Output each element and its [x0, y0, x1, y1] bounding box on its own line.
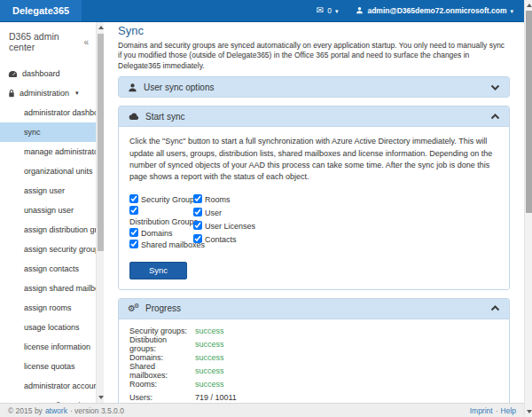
sync-checkbox[interactable] [129, 240, 138, 248]
footer-links: Imprint · Help [470, 406, 516, 415]
sync-checkbox-item: User [193, 208, 255, 218]
topbar: Delegate365 ✉ 0 ▾ admin@D365demo72.onmic… [0, 0, 524, 22]
sidebar-sub-item[interactable]: assign user [0, 181, 96, 201]
copyright-suffix: · version 3.5.0.0 [70, 406, 124, 415]
messages-count: 0 [327, 6, 332, 15]
sidebar-sub-item[interactable]: assign shared mailboxes [0, 279, 96, 298]
footer-links-separator: · [496, 406, 498, 415]
sync-checkbox[interactable] [129, 206, 138, 215]
sync-checkbox-label: User [205, 208, 222, 217]
sidebar-sub-item[interactable]: administrator account [0, 376, 96, 396]
sidebar-sub-item[interactable]: assign distribution groups [0, 220, 96, 240]
imprint-link[interactable]: Imprint [470, 406, 493, 415]
sync-checkbox-item: Shared mailboxes [129, 240, 193, 250]
sync-checkbox[interactable] [193, 208, 202, 216]
sidebar-sub-item-label: unassign user [24, 206, 74, 215]
sync-checkbox[interactable] [129, 194, 138, 203]
footer: © 2015 by atwork · version 3.5.0.0 Impri… [0, 403, 524, 417]
sync-object-checkboxes: Security Groups Distribution Groups Doma… [129, 194, 498, 251]
sync-checkbox[interactable] [193, 234, 202, 243]
lock-icon [8, 89, 15, 98]
sidebar-sub-item[interactable]: license quotas [0, 357, 96, 376]
sidebar-item-label: administration [20, 89, 69, 98]
account-name: admin@D365demo72.onmicrosoft.com [367, 6, 506, 15]
sidebar-sub-item-label: assign shared mailboxes [24, 284, 96, 293]
scrollbar-thumb[interactable] [526, 11, 532, 213]
sidebar-sub-item[interactable]: manage administrators [0, 142, 96, 161]
messages-dropdown[interactable]: ✉ 0 ▾ [317, 6, 339, 15]
sidebar-sub-item[interactable]: assign security groups [0, 240, 96, 259]
chevron-up-icon[interactable] [490, 305, 500, 311]
panel-title: Start sync [145, 112, 184, 122]
cogs-icon: ⚙ ⚙ [128, 303, 139, 314]
progress-value: success [195, 380, 224, 389]
user-icon [356, 6, 364, 16]
chevron-up-icon[interactable] [490, 114, 500, 120]
sidebar-sub-item[interactable]: sync [0, 122, 96, 142]
caret-down-icon: ▾ [510, 8, 513, 14]
sidebar-item-label: dashboard [22, 69, 60, 78]
progress-value: success [195, 366, 224, 375]
panel-progress-header[interactable]: ⚙ ⚙ Progress [119, 299, 509, 319]
sidebar-sub-item[interactable]: usage locations [0, 318, 96, 337]
progress-value: success [195, 340, 224, 349]
sidebar-header: D365 admin center « [0, 22, 96, 52]
sync-checkbox-label: Contacts [205, 235, 237, 244]
sidebar-item-administration[interactable]: administration ▾ [0, 83, 96, 103]
brand-link[interactable]: Delegate365 [0, 0, 82, 21]
brand-label: Delegate365 [12, 5, 69, 16]
help-link[interactable]: Help [501, 406, 516, 415]
progress-row: Users: 719 / 10011 [119, 391, 509, 403]
sync-button[interactable]: Sync [129, 262, 187, 279]
panel-start-sync-header[interactable]: Start sync [119, 106, 509, 126]
caret-down-icon: ▾ [75, 90, 79, 97]
progress-value: success [195, 353, 224, 362]
main-content: Sync Domains and security groups are syn… [104, 22, 524, 403]
sync-checkbox-item: Domains [129, 228, 193, 239]
sidebar-sub-item-label: organizational units [24, 167, 93, 176]
caret-down-icon: ▾ [335, 8, 339, 14]
sidebar-sub-item-label: administrator dashboard [24, 108, 96, 117]
progress-label: Rooms: [129, 380, 195, 389]
progress-row: Distibution groups: success [119, 338, 509, 351]
panel-progress-body: Security groups: success Distibution gro… [119, 319, 509, 403]
checkbox-column-left: Security Groups Distribution Groups Doma… [129, 194, 193, 251]
sidebar-sub-item[interactable]: administrator dashboard [0, 103, 96, 122]
account-dropdown[interactable]: admin@D365demo72.onmicrosoft.com ▾ [356, 6, 513, 16]
panel-title: Progress [145, 303, 181, 313]
sidebar-sub-item[interactable]: organizational units [0, 161, 96, 181]
scroll-down-arrow[interactable] [525, 407, 532, 416]
sidebar-sub-item[interactable]: unassign user [0, 201, 96, 220]
envelope-icon: ✉ [317, 6, 324, 15]
sidebar-title: D365 admin center [9, 31, 83, 52]
user-icon [128, 83, 137, 92]
panel-start-sync: Start sync Click the "Sync" button to st… [118, 106, 510, 289]
sidebar-item-dashboard[interactable]: dashboard [0, 64, 96, 83]
sync-checkbox[interactable] [193, 221, 202, 230]
sync-checkbox-item: Distribution Groups [129, 206, 193, 227]
sync-checkbox[interactable] [193, 194, 202, 203]
sync-checkbox[interactable] [129, 228, 138, 237]
scroll-up-arrow[interactable] [525, 1, 532, 10]
sidebar-scrollbar[interactable] [96, 22, 104, 403]
checkbox-column-right: Rooms User User Licenses Contacts [193, 194, 255, 251]
sync-checkbox-label: Rooms [205, 195, 231, 204]
sidebar: D365 admin center « dashboard administra… [0, 22, 96, 404]
chevron-down-icon[interactable] [490, 84, 500, 90]
sidebar-sub-item-label: usage locations [24, 323, 80, 332]
sidebar-sub-item[interactable]: assign rooms [0, 298, 96, 318]
page-title: Sync [118, 25, 510, 37]
panel-user-sync-options-header[interactable]: User sync options [119, 77, 509, 97]
page-scrollbar[interactable] [524, 0, 532, 417]
sync-checkbox-label: Domains [141, 229, 173, 238]
sidebar-sub-item-label: assign security groups [24, 245, 96, 254]
sidebar-collapse-button[interactable]: « [83, 37, 89, 47]
sync-checkbox-item: User Licenses [193, 221, 255, 232]
sidebar-sub-item-label: administrator account [24, 382, 96, 390]
sidebar-sub-item[interactable]: assign contacts [0, 259, 96, 279]
panel-start-sync-body: Click the "Sync" button to start a full … [119, 126, 509, 288]
progress-label: Shared mailboxes: [129, 362, 195, 380]
scrollbar-thumb[interactable] [98, 34, 104, 251]
atwork-link[interactable]: atwork [45, 406, 67, 415]
sidebar-sub-item[interactable]: license information [0, 337, 96, 357]
